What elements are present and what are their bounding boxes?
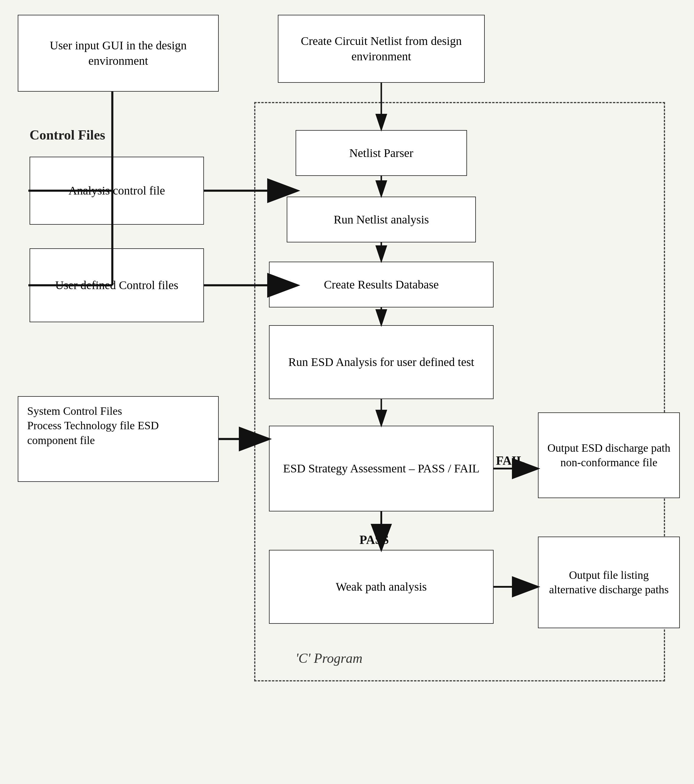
- create-circuit-box: Create Circuit Netlist from design envir…: [278, 15, 485, 83]
- run-netlist-label: Run Netlist analysis: [334, 212, 429, 227]
- system-control-label: System Control Files Process Technology …: [27, 404, 209, 448]
- output-alternative-box: Output file listing alternative discharg…: [538, 537, 680, 628]
- user-input-label: User input GUI in the design environment: [25, 38, 212, 69]
- analysis-control-label: Analysis control file: [69, 183, 165, 198]
- create-results-label: Create Results Database: [324, 277, 439, 292]
- c-program-label: 'C' Program: [296, 651, 362, 666]
- weak-path-box: Weak path analysis: [269, 550, 493, 624]
- output-alternative-label: Output file listing alternative discharg…: [545, 568, 673, 597]
- analysis-control-box: Analysis control file: [30, 156, 204, 225]
- user-defined-control-label: User defined Control files: [55, 278, 179, 293]
- netlist-parser-label: Netlist Parser: [349, 145, 413, 161]
- user-input-box: User input GUI in the design environment: [18, 15, 219, 92]
- create-circuit-label: Create Circuit Netlist from design envir…: [285, 33, 478, 64]
- esd-strategy-label: ESD Strategy Assessment – PASS / FAIL: [283, 461, 480, 476]
- output-esd-label: Output ESD discharge path non-conformanc…: [545, 441, 673, 470]
- run-netlist-box: Run Netlist analysis: [287, 197, 476, 242]
- create-results-box: Create Results Database: [269, 262, 493, 308]
- run-esd-label: Run ESD Analysis for user defined test: [288, 354, 474, 370]
- system-control-box: System Control Files Process Technology …: [18, 396, 219, 482]
- user-defined-control-box: User defined Control files: [30, 248, 204, 322]
- weak-path-label: Weak path analysis: [336, 579, 427, 595]
- netlist-parser-box: Netlist Parser: [296, 130, 467, 176]
- output-esd-box: Output ESD discharge path non-conformanc…: [538, 412, 680, 498]
- control-files-heading: Control Files: [30, 127, 105, 143]
- run-esd-box: Run ESD Analysis for user defined test: [269, 325, 493, 399]
- esd-strategy-box: ESD Strategy Assessment – PASS / FAIL: [269, 426, 493, 511]
- diagram-container: User input GUI in the design environment…: [0, 0, 694, 784]
